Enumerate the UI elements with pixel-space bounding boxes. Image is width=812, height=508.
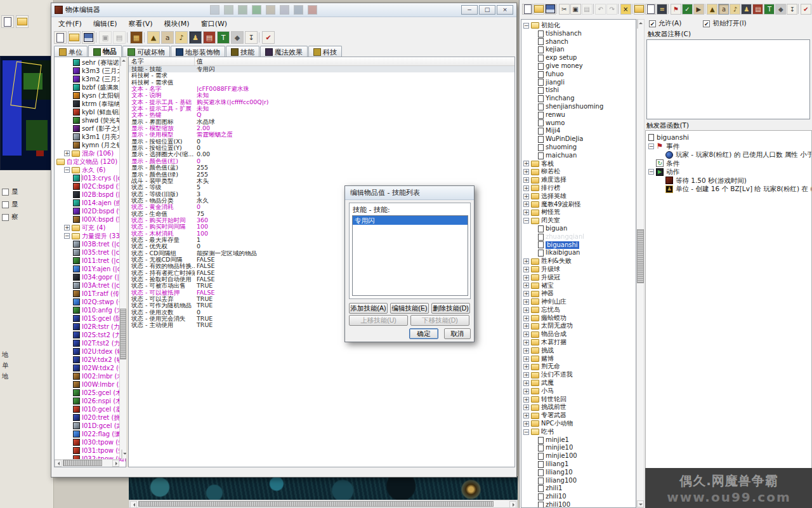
sound-editor-icon[interactable]: ♪: [730, 4, 740, 15]
move-down-skill-button[interactable]: 下移技能(D): [410, 315, 469, 326]
enable-trigger-icon[interactable]: ⚑: [671, 4, 681, 15]
tree-item[interactable]: I02B:bspd (回魂盾): [55, 190, 126, 199]
trigger-tree-item[interactable]: + 选择英雄: [521, 192, 636, 201]
scrollbar-thumb[interactable]: [637, 229, 644, 283]
tree-item[interactable]: ktrm (泰瑞纳斯国王的骨灰瓮): [55, 100, 126, 108]
tree-item[interactable]: + 可充 (4): [55, 224, 126, 232]
undo-icon[interactable]: ↶: [595, 4, 606, 15]
tree-item[interactable]: I02S:tst2 (力量之书 +10): [55, 331, 126, 339]
trigger-tree-item[interactable]: − 初始化: [521, 22, 636, 30]
trigger-tree-item[interactable]: + 树怪荒: [521, 208, 636, 217]
import-manager-icon[interactable]: ↧: [245, 31, 258, 44]
move-up-skill-button[interactable]: 上移技能(U): [349, 315, 408, 326]
trigger-tree-item[interactable]: liliang100: [521, 477, 636, 485]
scroll-left-arrow-icon[interactable]: [130, 501, 137, 508]
trigger-function-row[interactable]: ↻ 条件: [646, 159, 811, 168]
trigger-tree-item[interactable]: wumo: [521, 119, 636, 128]
expand-toggle-icon[interactable]: +: [523, 364, 529, 370]
property-row[interactable]: 显示 - 使用模型 雷霆蜥蜴之蛋: [129, 131, 514, 138]
background-checkbox-row[interactable]: 察: [2, 211, 18, 224]
tree-item[interactable]: I031:tpow (知识之书 +10): [55, 446, 126, 455]
menu-view[interactable]: 察看(V): [122, 18, 158, 30]
sound-editor-icon[interactable]: ♪: [175, 31, 188, 44]
scroll-left-arrow-icon[interactable]: [55, 460, 62, 467]
dialog-titlebar[interactable]: 编辑物品值 - 技能列表: [345, 186, 474, 200]
tree-item[interactable]: kybl (鲜血钥匙): [55, 108, 126, 116]
close-button[interactable]: ×: [497, 5, 513, 15]
expand-toggle-icon[interactable]: +: [523, 380, 529, 386]
new-element-icon[interactable]: ≡: [657, 4, 667, 15]
open-folder-icon[interactable]: [68, 31, 81, 44]
trigger-tree-item[interactable]: + 升级球: [521, 265, 636, 274]
trigger-tree-item[interactable]: tishishanch: [521, 30, 636, 38]
expand-toggle-icon[interactable]: +: [523, 291, 529, 297]
tree-item[interactable]: sorf (影子之球碎片): [55, 124, 126, 133]
trigger-function-row[interactable]: 玩家 - 玩家8(粉红) 的 已使用人口数 属性 小于 1.00: [646, 150, 811, 159]
expand-toggle-icon[interactable]: +: [523, 267, 529, 272]
trigger-tree-item[interactable]: + 物品合成: [521, 330, 636, 338]
scroll-right-arrow-icon[interactable]: [112, 460, 119, 467]
expand-toggle-icon[interactable]: +: [523, 283, 529, 288]
tree-item[interactable]: kysn (太阳钥匙): [55, 91, 126, 100]
expand-toggle-icon[interactable]: −: [648, 144, 654, 149]
property-row[interactable]: 显示 - 按钮位置(Y) 0: [129, 145, 514, 151]
tree-item[interactable]: I014:ajen (疾风靴): [55, 199, 126, 207]
scrollbar-thumb[interactable]: [63, 460, 102, 466]
trigger-tree-item[interactable]: + 神器: [521, 290, 636, 298]
ai-editor-icon[interactable]: T: [217, 31, 230, 44]
trigger-tree-item[interactable]: minjie100: [521, 452, 636, 460]
trigger-tree-item[interactable]: liliang1: [521, 460, 636, 469]
run-trigger-icon[interactable]: ▶: [693, 4, 704, 15]
trigger-tree-item[interactable]: + 荆无命: [521, 363, 636, 371]
expand-toggle-icon[interactable]: +: [523, 185, 529, 191]
property-row[interactable]: 显示 - 界面图标 水晶球: [129, 119, 514, 125]
tree-item[interactable]: + 混杂 (106): [55, 149, 126, 157]
tree-item[interactable]: I03B:tret (|cFF0000FF太阴虚: [55, 240, 126, 248]
cut-icon[interactable]: ✂: [559, 4, 570, 15]
trigger-tree-item[interactable]: biguanshi: [521, 241, 636, 250]
delete-icon[interactable]: ×: [620, 4, 631, 15]
tree-item[interactable]: 自定义物品 (120): [55, 157, 126, 166]
background-checkbox-row[interactable]: 显: [2, 198, 18, 211]
trigger-tree-item[interactable]: biguan: [521, 225, 636, 233]
trigger-tree-item[interactable]: − 闭关室: [521, 217, 636, 225]
trigger-tree-item[interactable]: + 赌博: [521, 355, 636, 363]
expand-toggle-icon[interactable]: +: [523, 201, 529, 207]
trigger-tree-item[interactable]: + 专署武器: [521, 411, 636, 420]
trigger-tree-item[interactable]: zhili10: [521, 493, 636, 501]
trigger-tree-item[interactable]: zhuangqianl: [521, 233, 636, 241]
object-editor-icon[interactable]: ♟: [189, 31, 202, 44]
minimize-button[interactable]: −: [461, 5, 478, 15]
scroll-down-arrow-icon[interactable]: [121, 450, 122, 459]
tree-item[interactable]: k3m1 (月亮水晶): [55, 133, 126, 141]
tree-item[interactable]: I01Y:ajen (|cFF5830E0日月精: [55, 265, 126, 273]
trigger-tree-item[interactable]: fuhuo: [521, 70, 636, 79]
property-row[interactable]: 科技树 - 需求: [129, 72, 514, 79]
terrain-editor-icon[interactable]: ▲: [707, 4, 717, 15]
expand-toggle-icon[interactable]: +: [523, 331, 529, 337]
property-row[interactable]: 显示 - 选择圈大小(缩... 0.00: [129, 151, 514, 157]
property-row[interactable]: 文本 - 说明 未知: [129, 92, 514, 98]
trigger-tree-item[interactable]: Miji4: [521, 127, 636, 135]
expand-toggle-icon[interactable]: +: [523, 404, 529, 410]
new-trigger-icon[interactable]: [645, 4, 656, 15]
expand-toggle-icon[interactable]: +: [523, 316, 529, 321]
trigger-tree-item[interactable]: shuoming: [521, 144, 636, 152]
trigger-tree-item[interactable]: zhili1: [521, 485, 636, 493]
trigger-editor-icon[interactable]: a: [718, 4, 729, 15]
expand-toggle-icon[interactable]: +: [523, 161, 529, 166]
trigger-tree-item[interactable]: + 挑战前世: [521, 403, 636, 411]
tree-item[interactable]: I02Q:stwp (传送石): [55, 298, 126, 306]
menu-module[interactable]: 模块(M): [159, 18, 195, 30]
property-row[interactable]: 显示 - 颜色值(红) 0: [129, 158, 514, 164]
tree-item[interactable]: I010:anfg (大木葚): [55, 306, 126, 314]
trigger-tree-item[interactable]: − 吃书: [521, 428, 636, 436]
menu-file[interactable]: 文件(F): [53, 18, 88, 30]
expand-toggle-icon[interactable]: −: [64, 167, 70, 173]
trigger-comment-input[interactable]: [646, 39, 810, 119]
ok-button[interactable]: 确定: [409, 328, 438, 339]
trigger-tree-item[interactable]: + 客栈: [521, 160, 636, 168]
object-manager-icon[interactable]: ◆: [231, 31, 244, 44]
edit-skill-button[interactable]: 编辑技能(E): [390, 303, 429, 314]
expand-toggle-icon[interactable]: +: [523, 299, 529, 305]
